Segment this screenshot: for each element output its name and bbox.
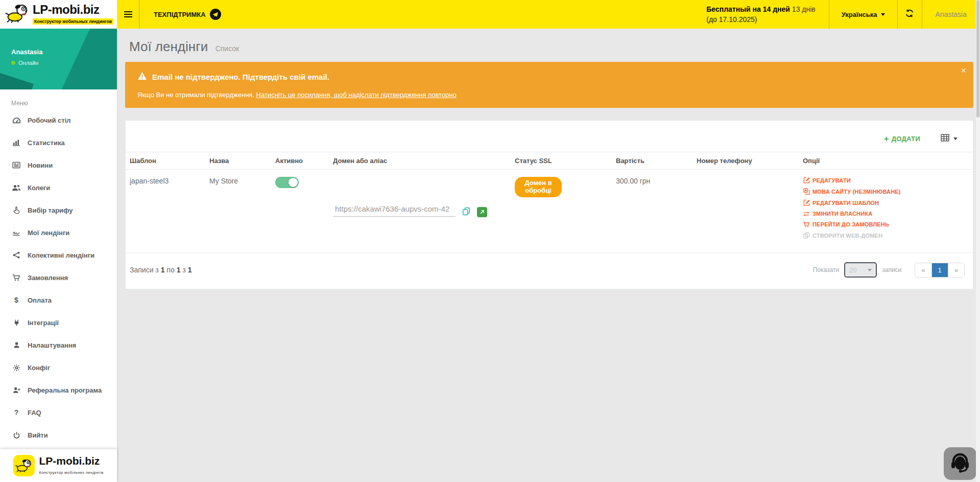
sidebar-item-config[interactable]: Конфіг (0, 356, 117, 379)
columns-dropdown[interactable] (941, 134, 958, 144)
hand-pointer-icon (12, 206, 21, 214)
pagination-prev[interactable]: « (915, 263, 931, 277)
sidebar-item-label: Колективні лендінги (28, 251, 94, 259)
option-edit-template[interactable]: РЕДАГУВАТИ ШАБЛОН (803, 199, 969, 206)
domain-input[interactable] (333, 203, 456, 217)
col-header-price: Вартість (612, 152, 692, 169)
topbar: LP-mobi.biz Конструктор мобильных лендин… (0, 0, 980, 29)
sidebar-item-label: Оплата (28, 296, 52, 304)
exchange-icon (803, 211, 810, 217)
sidebar-item-faq[interactable]: ? FAQ (0, 401, 117, 424)
pagination-next[interactable]: » (948, 263, 964, 277)
user-plus-icon (12, 386, 21, 394)
cell-template: japan-steel3 (126, 170, 205, 253)
sidebar-item-referral[interactable]: Реферальна програма (0, 379, 117, 401)
sidebar-item-label: Замовлення (28, 274, 68, 282)
sidebar-item-orders[interactable]: Замовлення (0, 266, 117, 289)
option-site-language[interactable]: МОВА САЙТУ (НЕЗМІНЮВАНЕ) (803, 188, 969, 195)
profile-name: Anastasia (11, 48, 117, 56)
refresh-button[interactable] (898, 0, 922, 29)
pagination: « 1 » (915, 263, 965, 278)
sidebar-menu: Робочий стіл Статистика Новини Колеги Ви… (0, 109, 117, 446)
refresh-icon (905, 9, 914, 20)
share-icon (12, 251, 21, 259)
pagination-page-1[interactable]: 1 (931, 263, 948, 277)
support-chat-button[interactable] (944, 447, 976, 480)
sidebar-item-label: Новини (28, 162, 53, 169)
sidebar-item-label: Колеги (28, 184, 50, 192)
sidebar-item-statistics[interactable]: Статистика (0, 131, 117, 154)
option-edit[interactable]: РЕДАГУВАТИ (803, 177, 969, 183)
signature-icon (12, 229, 21, 236)
topbar-username[interactable]: Anastasia (922, 0, 980, 29)
hamburger-icon (124, 10, 132, 19)
sidebar-footer-brand[interactable]: LP-mobi.biz Конструктор мобільних лендін… (0, 449, 117, 482)
dollar-icon: $ (12, 296, 21, 304)
chevron-down-icon (881, 13, 885, 16)
sidebar-item-integrations[interactable]: Інтеграції (0, 311, 117, 334)
close-icon[interactable]: × (961, 66, 966, 75)
col-header-domain: Домен або аліас (329, 152, 511, 169)
warning-icon (137, 72, 147, 82)
menu-toggle-button[interactable] (117, 0, 139, 29)
brand-subtitle: Конструктор мобильных лендингов (33, 18, 113, 25)
option-go-to-orders[interactable]: ПЕРЕЙТИ ДО ЗАМОВЛЕНЬ (803, 221, 969, 227)
external-link-icon[interactable] (477, 207, 487, 217)
sidebar-item-colleagues[interactable]: Колеги (0, 176, 117, 199)
sidebar-item-logout[interactable]: Вийти (0, 424, 117, 446)
footer-brand-title: LP-mobi.biz (39, 455, 100, 467)
trial-until: (до 17.10.2025) (706, 14, 816, 25)
topbar-brand[interactable]: LP-mobi.biz Конструктор мобильных лендин… (0, 0, 117, 29)
online-status-icon (11, 61, 15, 65)
dog-logo-icon (5, 2, 30, 27)
sidebar-item-dashboard[interactable]: Робочий стіл (0, 109, 117, 131)
clone-icon (803, 232, 810, 239)
table-row: japan-steel3 My Store Домен в обробці 30… (126, 170, 973, 253)
alert-text: Якщо Ви не отримали підтвердження. (137, 91, 256, 99)
edit-icon (803, 199, 810, 206)
plus-icon: + (884, 134, 889, 144)
cell-ssl: Домен в обробці (511, 170, 612, 253)
chevron-down-icon (868, 269, 872, 271)
active-toggle[interactable] (275, 177, 299, 188)
sidebar-item-label: Статистика (28, 139, 65, 147)
records-info: Записи з 1 по 1 з 1 (130, 266, 192, 274)
email-warning-banner: Email не підтверджено. Підтвердіть свій … (125, 62, 973, 108)
sidebar-item-my-landings[interactable]: Мої лендінги (0, 221, 117, 244)
profile-status: Онлайн (18, 60, 38, 66)
sidebar-item-label: Реферальна програма (28, 386, 102, 394)
col-header-template: Шаблон (126, 152, 205, 169)
sidebar-item-collective-landings[interactable]: Колективні лендінги (0, 244, 117, 266)
language-icon (803, 188, 810, 195)
col-header-active: Активно (271, 152, 329, 169)
telegram-icon (210, 9, 221, 20)
newspaper-icon (12, 162, 21, 169)
headset-icon (949, 451, 971, 476)
option-create-web-domain: СТВОРИТИ WEB-ДОМЕН (803, 232, 969, 239)
scrollbar[interactable] (976, 0, 980, 482)
question-icon: ? (12, 408, 21, 417)
scrollbar-thumb[interactable] (976, 0, 979, 118)
resend-confirmation-link[interactable]: Натисніть це посилання, щоб надіслати пі… (256, 91, 457, 99)
sidebar-item-label: FAQ (28, 409, 41, 417)
page-size-select[interactable]: 20 (844, 262, 877, 278)
option-change-owner[interactable]: ЗМІНИТИ ВЛАСНИКА (803, 211, 969, 217)
cart-icon (12, 274, 21, 281)
sidebar-item-payment[interactable]: $ Оплата (0, 289, 117, 311)
edit-icon (803, 177, 810, 183)
support-label: ТЕХПІДТРИМКА (154, 11, 206, 18)
support-link[interactable]: ТЕХПІДТРИМКА (139, 0, 235, 29)
records-label: записи (882, 266, 901, 273)
copy-icon[interactable] (462, 207, 470, 217)
footer-brand-subtitle: Конструктор мобільних лендінгів (39, 470, 103, 475)
sidebar-item-tariff[interactable]: Вибір тарифу (0, 199, 117, 221)
user-icon (12, 341, 21, 349)
sidebar-item-settings[interactable]: Налаштування (0, 334, 117, 356)
sidebar-item-news[interactable]: Новини (0, 154, 117, 176)
cell-options: РЕДАГУВАТИ МОВА САЙТУ (НЕЗМІНЮВАНЕ) РЕДА… (799, 170, 973, 253)
cell-name: My Store (205, 170, 271, 253)
col-header-name: Назва (205, 152, 271, 169)
ssl-status-badge: Домен в обробці (515, 177, 562, 197)
language-selector[interactable]: Українська (829, 0, 898, 29)
add-button[interactable]: + ДОДАТИ (884, 134, 920, 144)
